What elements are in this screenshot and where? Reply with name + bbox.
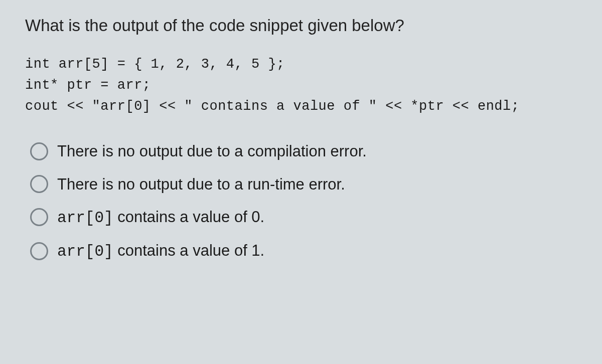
option-a-label: There is no output due to a compilation … [57,142,367,160]
code-line-2: int* ptr = arr; [25,78,151,93]
option-d-label: arr[0] contains a value of 1. [57,241,264,261]
option-d[interactable]: arr[0] contains a value of 1. [30,241,577,261]
code-line-1: int arr[5] = { 1, 2, 3, 4, 5 }; [25,57,285,72]
option-d-text: contains a value of 1. [113,242,265,259]
option-b-label: There is no output due to a run-time err… [57,175,345,194]
option-a[interactable]: There is no output due to a compilation … [30,142,577,160]
code-line-3: cout << "arr[0] << " contains a value of… [25,99,519,114]
answer-options: There is no output due to a compilation … [25,142,577,261]
option-c-code: arr[0] [57,209,113,227]
code-snippet: int arr[5] = { 1, 2, 3, 4, 5 }; int* ptr… [25,54,577,117]
radio-icon[interactable] [30,175,48,193]
option-c-text: contains a value of 0. [113,208,265,226]
radio-icon[interactable] [30,242,48,260]
question-prompt: What is the output of the code snippet g… [25,15,577,37]
option-b[interactable]: There is no output due to a run-time err… [30,175,577,194]
option-d-code: arr[0] [57,243,113,260]
option-c-label: arr[0] contains a value of 0. [57,208,264,227]
radio-icon[interactable] [30,142,48,160]
radio-icon[interactable] [30,208,48,226]
option-c[interactable]: arr[0] contains a value of 0. [30,208,577,227]
